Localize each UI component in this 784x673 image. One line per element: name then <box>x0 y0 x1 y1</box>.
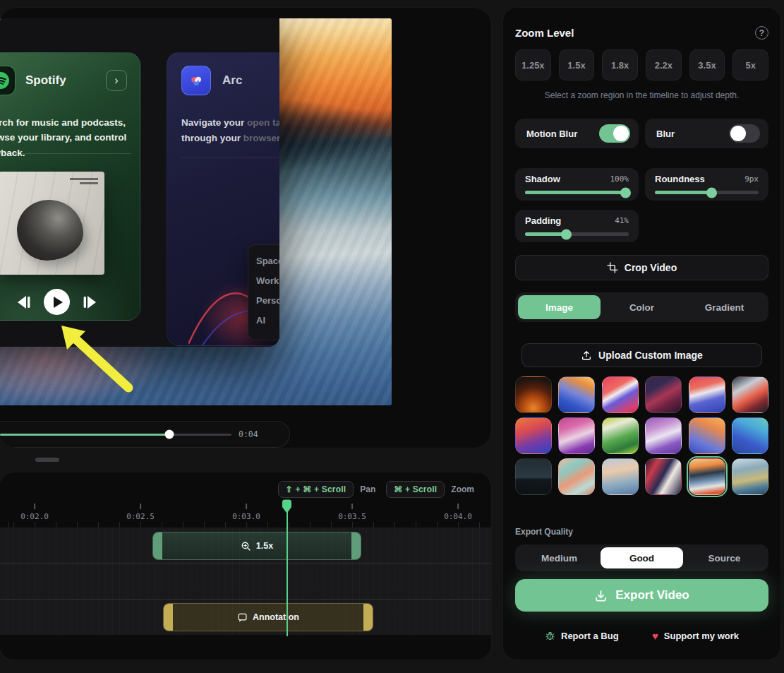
track-divider <box>0 599 491 600</box>
slider-card: Padding 41% <box>515 210 639 242</box>
wallpaper-thumbnail[interactable] <box>515 458 552 495</box>
shortcut-hint: ⇧ + ⌘ + Scroll Pan <box>278 481 380 498</box>
toggle-card: Blur <box>645 119 768 148</box>
background-type-tabs: ImageColorGradient <box>515 292 768 322</box>
wallpaper-thumbnail[interactable] <box>732 458 768 495</box>
clip-left-handle[interactable] <box>153 532 162 559</box>
panel-footer: Report a Bug ♥ Support my work <box>515 631 768 641</box>
menu-item[interactable]: Spaces <box>256 251 279 271</box>
tick-label: 0:02.5 <box>126 512 155 521</box>
scrubber-thumb[interactable] <box>165 430 174 439</box>
slider-value: 9px <box>744 174 759 184</box>
wallpaper-thumbnail[interactable] <box>689 458 725 495</box>
zoom-level-button[interactable]: 3.5x <box>689 49 725 81</box>
clip-right-handle[interactable] <box>351 532 361 559</box>
background-tab[interactable]: Gradient <box>683 295 766 319</box>
wallpaper-thumbnail[interactable] <box>732 417 768 454</box>
scrubber-track[interactable] <box>0 434 231 436</box>
toggle-card: Motion Blur <box>515 119 639 148</box>
zoom-level-button[interactable]: 1.8x <box>602 49 638 81</box>
play-icon <box>54 297 63 308</box>
speech-bubble-icon <box>237 612 248 623</box>
wallpaper-thumbnail[interactable] <box>645 417 682 454</box>
wallpaper-thumbnail[interactable] <box>645 458 682 495</box>
upload-custom-image-button[interactable]: Upload Custom Image <box>521 343 762 367</box>
menu-item[interactable]: AI <box>256 311 279 330</box>
app-window: Spotify › Search for music and podcasts,… <box>0 0 784 673</box>
zoom-level-options: 1.25x1.5x1.8x2.2x3.5x5x <box>515 49 768 81</box>
wallpaper-thumbnail[interactable] <box>602 417 639 454</box>
export-video-button[interactable]: Export Video <box>515 579 768 612</box>
timeline-tracks: 1.5x Annotation <box>0 528 491 635</box>
report-bug-link[interactable]: Report a Bug <box>545 631 619 641</box>
toggle-switch[interactable] <box>599 124 630 143</box>
export-quality-label: Export Quality <box>515 527 768 537</box>
heart-icon: ♥ <box>652 631 658 641</box>
spotify-expand-button[interactable]: › <box>106 70 127 91</box>
wallpaper-thumbnail[interactable] <box>558 376 595 413</box>
arc-spaces-menu: SpacesWorkPersonalAI <box>248 244 279 340</box>
spotify-card-title: Spotify <box>25 73 66 88</box>
menu-item[interactable]: Work <box>256 271 279 291</box>
wallpaper-thumbnail[interactable] <box>689 376 725 413</box>
video-scrubber[interactable]: 0:04 <box>0 421 290 448</box>
arc-desc-text: through your <box>181 133 243 143</box>
clip-right-handle[interactable] <box>363 604 373 631</box>
menu-item[interactable]: Personal <box>256 291 279 311</box>
support-link[interactable]: ♥ Support my work <box>652 631 739 641</box>
help-icon[interactable]: ? <box>755 26 768 40</box>
upload-custom-image-label: Upload Custom Image <box>598 350 703 361</box>
play-button[interactable] <box>44 289 70 315</box>
magnifier-plus-icon <box>241 541 251 552</box>
divider <box>0 153 131 154</box>
zoom-level-button[interactable]: 2.2x <box>646 49 682 81</box>
wallpaper-canvas: Spotify › Search for music and podcasts,… <box>0 18 392 405</box>
zoom-clip[interactable]: 1.5x <box>152 532 361 560</box>
slider-card: Roundness 9px <box>645 168 768 201</box>
timeline-shortcut-hints: ⇧ + ⌘ + Scroll Pan ⌘ + Scroll Zoom <box>278 481 478 498</box>
tick-mark <box>457 504 459 509</box>
export-quality-option[interactable]: Medium <box>518 547 601 568</box>
wallpaper-thumbnail[interactable] <box>645 376 682 413</box>
zoom-level-title: Zoom Level <box>515 27 574 39</box>
wallpaper-thumbnail[interactable] <box>558 458 595 495</box>
toggle-switch[interactable] <box>729 124 760 143</box>
slider-track[interactable] <box>525 191 629 194</box>
wallpaper-thumbnail[interactable] <box>515 417 552 454</box>
wallpaper-thumbnail[interactable] <box>602 376 639 413</box>
wallpaper-thumbnail[interactable] <box>515 376 552 413</box>
blur-toggles: Motion Blur Blur <box>515 119 768 148</box>
crop-video-label: Crop Video <box>625 262 677 273</box>
export-quality-option[interactable]: Source <box>683 547 766 568</box>
slider-knob[interactable] <box>620 187 631 198</box>
export-video-label: Export Video <box>615 588 689 602</box>
export-quality-option[interactable]: Good <box>601 547 683 568</box>
shortcut-action-label: Zoom <box>451 484 474 494</box>
background-tab[interactable]: Image <box>518 295 601 319</box>
zoom-level-button[interactable]: 1.25x <box>515 49 551 81</box>
slider-track[interactable] <box>525 232 629 236</box>
background-tab[interactable]: Color <box>601 295 683 319</box>
wallpaper-thumbnail[interactable] <box>732 376 768 413</box>
panel-resize-handle[interactable] <box>35 458 59 462</box>
clip-left-handle[interactable] <box>164 604 173 631</box>
wallpaper-thumbnail[interactable] <box>602 458 639 495</box>
slider-knob[interactable] <box>561 229 572 239</box>
annotation-clip[interactable]: Annotation <box>163 603 373 631</box>
next-track-icon[interactable] <box>81 294 99 311</box>
crop-video-button[interactable]: Crop Video <box>515 255 768 280</box>
previous-track-icon[interactable] <box>14 294 32 311</box>
slider-track[interactable] <box>655 191 759 194</box>
arc-desc-text-faded: open tabs <box>247 117 279 128</box>
wallpaper-thumbnail[interactable] <box>689 417 725 454</box>
shortcut-action-label: Pan <box>360 484 375 494</box>
wallpaper-thumbnail[interactable] <box>558 417 595 454</box>
recorded-video-frame[interactable]: Spotify › Search for music and podcasts,… <box>0 18 279 347</box>
album-art <box>0 172 104 275</box>
ruler-tick: 0:04.0 <box>444 504 472 521</box>
zoom-level-button[interactable]: 5x <box>732 49 768 81</box>
arc-card-description: Navigate your open tabs through your bro… <box>181 115 279 147</box>
zoom-level-button[interactable]: 1.5x <box>559 49 595 81</box>
arc-card-title: Arc <box>222 73 242 88</box>
slider-knob[interactable] <box>706 187 717 198</box>
